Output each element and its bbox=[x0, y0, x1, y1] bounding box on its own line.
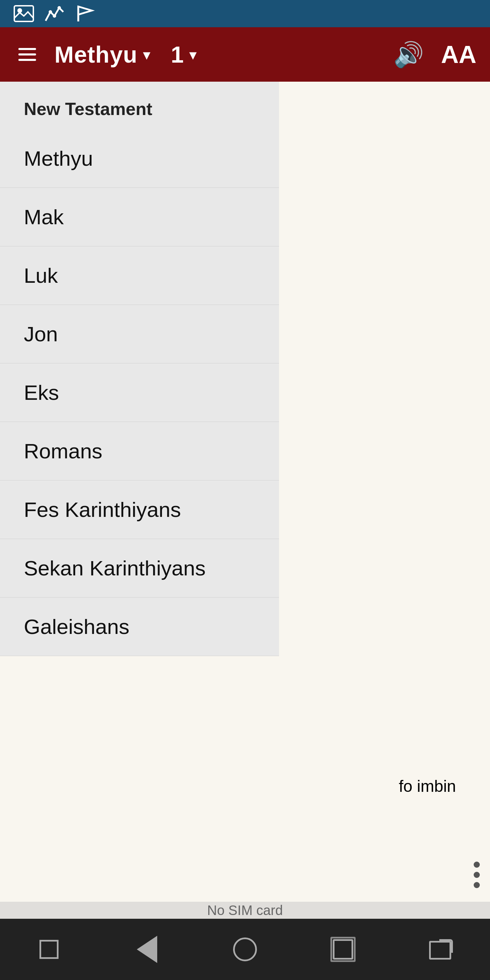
toolbar: Methyu ▾ 1 ▾ 🔊 AA bbox=[0, 27, 490, 82]
font-size-button[interactable]: AA bbox=[441, 40, 476, 68]
menu-line-3 bbox=[18, 59, 36, 61]
toolbar-right: 🔊 AA bbox=[393, 40, 476, 69]
book-selector[interactable]: Methyu ▾ bbox=[54, 41, 150, 68]
list-item[interactable]: Luk bbox=[0, 247, 279, 305]
back-icon bbox=[137, 936, 157, 963]
book-name: Methyu bbox=[54, 41, 137, 68]
bottom-status-bar: No SIM card bbox=[0, 902, 490, 919]
svg-rect-0 bbox=[14, 6, 33, 21]
svg-point-2 bbox=[49, 10, 52, 14]
book-dropdown: New Testament Methyu Mak Luk Jon Eks Rom… bbox=[0, 82, 279, 656]
recent-apps-icon bbox=[40, 940, 59, 959]
cast-icon bbox=[429, 939, 453, 959]
book-dropdown-arrow: ▾ bbox=[143, 46, 150, 63]
chapter-number: 1 bbox=[171, 41, 184, 68]
audio-button[interactable]: 🔊 bbox=[393, 40, 424, 69]
menu-line-1 bbox=[18, 48, 36, 50]
chapter-selector[interactable]: 1 ▾ bbox=[171, 41, 197, 68]
list-item[interactable]: Mak bbox=[0, 188, 279, 247]
list-item[interactable]: Jon bbox=[0, 305, 279, 363]
list-item[interactable]: Fes Karinthiyans bbox=[0, 480, 279, 539]
testament-header: New Testament bbox=[0, 82, 279, 129]
list-item[interactable]: Methyu bbox=[0, 129, 279, 188]
chapter-dropdown-arrow: ▾ bbox=[189, 46, 197, 63]
nav-overview-button[interactable] bbox=[326, 932, 360, 966]
home-icon bbox=[233, 937, 257, 961]
bottom-nav bbox=[0, 919, 490, 980]
list-item[interactable]: Romans bbox=[0, 422, 279, 480]
chart-status-icon bbox=[44, 5, 65, 22]
toolbar-left: Methyu ▾ 1 ▾ bbox=[14, 41, 197, 68]
status-bar bbox=[0, 0, 490, 27]
svg-point-4 bbox=[57, 6, 61, 10]
svg-point-3 bbox=[53, 14, 56, 18]
content-text-imbin: fo imbin bbox=[399, 773, 456, 800]
nav-back-button[interactable] bbox=[130, 932, 164, 966]
menu-line-2 bbox=[18, 53, 36, 56]
book-list: Methyu Mak Luk Jon Eks Romans Fes Karint… bbox=[0, 129, 279, 656]
dot-1 bbox=[474, 862, 480, 868]
nav-home-button[interactable] bbox=[228, 932, 262, 966]
list-item[interactable]: Eks bbox=[0, 363, 279, 422]
dot-3 bbox=[474, 882, 480, 888]
list-item[interactable]: Sekan Karinthiyans bbox=[0, 539, 279, 598]
nav-recent-apps-button[interactable] bbox=[32, 932, 66, 966]
overview-icon bbox=[333, 939, 353, 959]
three-dots-menu[interactable] bbox=[474, 862, 480, 888]
dot-2 bbox=[474, 872, 480, 878]
list-item[interactable]: Galeishans bbox=[0, 598, 279, 656]
menu-button[interactable] bbox=[14, 41, 41, 68]
nav-cast-button[interactable] bbox=[424, 932, 458, 966]
flag-status-icon bbox=[75, 5, 95, 22]
image-status-icon bbox=[14, 5, 34, 22]
